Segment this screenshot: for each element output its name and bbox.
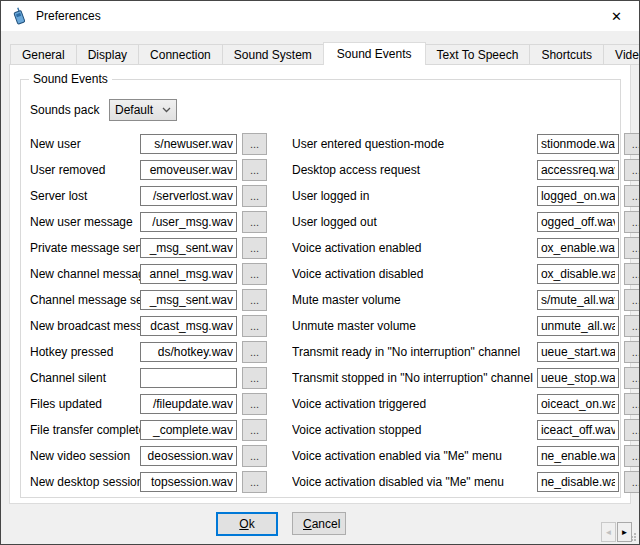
browse-button[interactable]: ... xyxy=(242,471,267,493)
sounds-pack-select[interactable]: Default xyxy=(109,99,177,121)
tab-label: Display xyxy=(88,48,127,62)
tab-scroll-left-icon: ◄ xyxy=(605,528,613,537)
ok-button[interactable]: Ok xyxy=(216,512,278,536)
tab[interactable]: Text To Speech xyxy=(425,44,531,65)
sound-event-row: Desktop access request ... xyxy=(292,157,640,183)
browse-button[interactable]: ... xyxy=(242,289,267,311)
tab-scroll-left-button[interactable]: ◄ xyxy=(601,522,616,542)
sound-file-input[interactable] xyxy=(140,264,237,284)
sound-event-row: Private message sent ... xyxy=(30,235,292,261)
browse-button[interactable]: ... xyxy=(242,419,267,441)
sound-file-input[interactable] xyxy=(537,420,619,440)
sound-file-input[interactable] xyxy=(140,290,237,310)
sound-file-input[interactable] xyxy=(537,264,619,284)
browse-button[interactable]: ... xyxy=(624,393,640,415)
sound-file-input[interactable] xyxy=(140,186,237,206)
sound-file-input[interactable] xyxy=(140,420,237,440)
sound-event-row: Voice activation enabled ... xyxy=(292,235,640,261)
sound-file-input[interactable] xyxy=(140,342,237,362)
sound-file-input[interactable] xyxy=(140,394,237,414)
sound-event-label: User logged out xyxy=(292,215,537,229)
sounds-pack-value: Default xyxy=(115,103,162,117)
browse-button[interactable]: ... xyxy=(242,211,267,233)
sound-file-input[interactable] xyxy=(537,160,619,180)
sound-file-input[interactable] xyxy=(537,472,619,492)
tab[interactable]: Sound Events xyxy=(323,42,426,65)
sound-file-input[interactable] xyxy=(537,368,619,388)
browse-button[interactable]: ... xyxy=(624,445,640,467)
sound-event-label: Private message sent xyxy=(30,241,140,255)
sound-event-label: Voice activation disabled xyxy=(292,267,537,281)
browse-button[interactable]: ... xyxy=(624,211,640,233)
tab[interactable]: General xyxy=(10,44,77,65)
browse-button[interactable]: ... xyxy=(624,159,640,181)
sound-event-row: New video session ... xyxy=(30,443,292,469)
sound-event-row: Server lost ... xyxy=(30,183,292,209)
sound-file-input[interactable] xyxy=(140,368,237,388)
sound-file-input[interactable] xyxy=(537,342,619,362)
tab[interactable]: Display xyxy=(76,44,139,65)
sound-file-input[interactable] xyxy=(140,316,237,336)
browse-button[interactable]: ... xyxy=(624,315,640,337)
sound-file-input[interactable] xyxy=(537,186,619,206)
sound-file-input[interactable] xyxy=(140,472,237,492)
close-button[interactable]: ✕ xyxy=(594,1,639,31)
browse-button[interactable]: ... xyxy=(242,393,267,415)
browse-button[interactable]: ... xyxy=(242,315,267,337)
tab[interactable]: Sound System xyxy=(222,44,324,65)
sound-file-input[interactable] xyxy=(140,134,237,154)
sound-file-input[interactable] xyxy=(537,316,619,336)
tab[interactable]: Video xyxy=(603,44,639,65)
sound-event-row: New user ... xyxy=(30,131,292,157)
browse-button[interactable]: ... xyxy=(624,133,640,155)
browse-button[interactable]: ... xyxy=(242,341,267,363)
sound-event-row: User removed ... xyxy=(30,157,292,183)
sound-event-label: Desktop access request xyxy=(292,163,537,177)
browse-button[interactable]: ... xyxy=(624,341,640,363)
browse-button[interactable]: ... xyxy=(242,159,267,181)
sound-file-input[interactable] xyxy=(537,134,619,154)
sound-event-row: Voice activation disabled via "Me" menu … xyxy=(292,469,640,495)
sound-event-label: Voice activation enabled xyxy=(292,241,537,255)
browse-button[interactable]: ... xyxy=(242,237,267,259)
browse-button[interactable]: ... xyxy=(242,185,267,207)
browse-button[interactable]: ... xyxy=(624,367,640,389)
sounds-pack-row: Sounds pack Default xyxy=(30,98,616,122)
sound-event-label: User removed xyxy=(30,163,140,177)
tab[interactable]: Shortcuts xyxy=(529,44,604,65)
browse-button[interactable]: ... xyxy=(624,263,640,285)
sound-file-input[interactable] xyxy=(140,238,237,258)
sound-event-label: Files updated xyxy=(30,397,140,411)
browse-button[interactable]: ... xyxy=(624,237,640,259)
browse-button[interactable]: ... xyxy=(242,445,267,467)
browse-button[interactable]: ... xyxy=(242,133,267,155)
browse-button[interactable]: ... xyxy=(624,471,640,493)
tab-scroll-right-button[interactable]: ► xyxy=(617,522,632,542)
browse-button[interactable]: ... xyxy=(242,263,267,285)
sound-event-label: New broadcast message xyxy=(30,319,140,333)
sound-file-input[interactable] xyxy=(537,212,619,232)
sound-file-input[interactable] xyxy=(537,290,619,310)
sound-file-input[interactable] xyxy=(140,212,237,232)
browse-button[interactable]: ... xyxy=(624,419,640,441)
sound-event-label: Server lost xyxy=(30,189,140,203)
sound-event-label: User entered question-mode xyxy=(292,137,537,151)
cancel-button[interactable]: Cancel xyxy=(292,512,346,535)
sound-file-input[interactable] xyxy=(537,238,619,258)
browse-button[interactable]: ... xyxy=(624,185,640,207)
sound-event-label: Voice activation stopped xyxy=(292,423,537,437)
browse-button[interactable]: ... xyxy=(242,367,267,389)
sound-file-input[interactable] xyxy=(537,394,619,414)
sound-event-label: Voice activation enabled via "Me" menu xyxy=(292,449,537,463)
tab-label: Shortcuts xyxy=(541,48,592,62)
browse-button[interactable]: ... xyxy=(624,289,640,311)
sound-file-input[interactable] xyxy=(140,160,237,180)
sound-event-row: Mute master volume ... xyxy=(292,287,640,313)
sound-events-right-column: User entered question-mode ... Desktop a… xyxy=(292,131,640,495)
tab[interactable]: Connection xyxy=(138,44,223,65)
window-title: Preferences xyxy=(36,9,101,23)
sound-event-label: New user xyxy=(30,137,140,151)
sound-file-input[interactable] xyxy=(140,446,237,466)
sound-file-input[interactable] xyxy=(537,446,619,466)
close-icon: ✕ xyxy=(611,9,622,24)
